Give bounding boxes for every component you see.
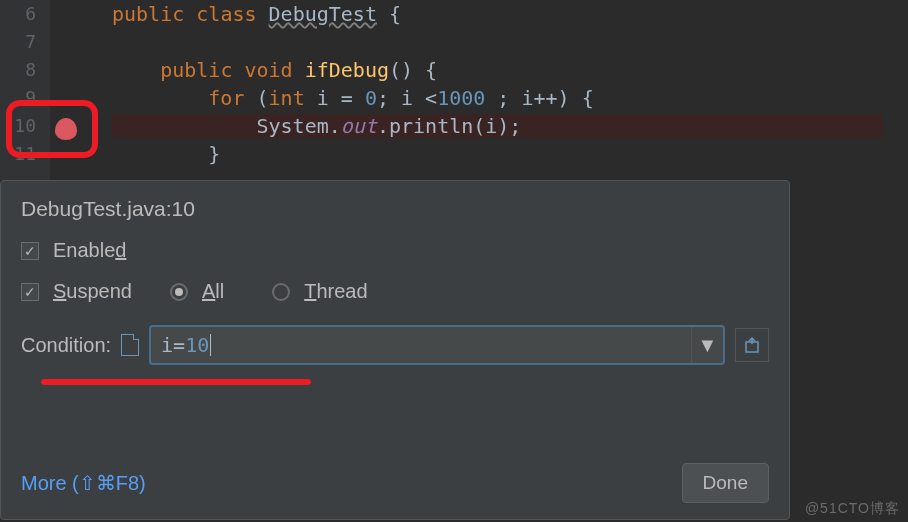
suspend-label: Suspend bbox=[53, 280, 132, 303]
suspend-thread-label: Thread bbox=[304, 280, 367, 303]
suspend-all-radio[interactable] bbox=[170, 283, 188, 301]
breakpoint-icon[interactable] bbox=[55, 118, 77, 140]
annotation-underline bbox=[41, 379, 311, 385]
breakpoint-popup: DebugTest.java:10 ✓ Enabled ✓ Suspend Al… bbox=[0, 180, 790, 520]
line-number: 8 bbox=[0, 56, 36, 84]
line-number: 9 bbox=[0, 84, 36, 112]
done-button[interactable]: Done bbox=[682, 463, 769, 503]
condition-dropdown-icon[interactable]: ▼ bbox=[691, 327, 723, 363]
code-area[interactable]: public class DebugTest { public void ifD… bbox=[50, 0, 908, 180]
file-icon bbox=[121, 334, 139, 356]
enabled-checkbox[interactable]: ✓ bbox=[21, 242, 39, 260]
expand-condition-button[interactable] bbox=[735, 328, 769, 362]
suspend-all-label: All bbox=[202, 280, 224, 303]
suspend-checkbox[interactable]: ✓ bbox=[21, 283, 39, 301]
condition-label: Condition: bbox=[21, 334, 111, 357]
popup-title: DebugTest.java:10 bbox=[21, 197, 769, 221]
enabled-label: Enabled bbox=[53, 239, 126, 262]
line-number: 7 bbox=[0, 28, 36, 56]
line-number: 11 bbox=[0, 140, 36, 168]
condition-input[interactable]: i=10 ▼ bbox=[149, 325, 725, 365]
watermark: @51CTO博客 bbox=[805, 500, 900, 518]
more-link[interactable]: More (⇧⌘F8) bbox=[21, 471, 146, 495]
line-number: 10 bbox=[0, 112, 36, 140]
condition-text: i=10 bbox=[161, 333, 209, 357]
code-editor[interactable]: 6 7 8 9 10 11 public class DebugTest { p… bbox=[0, 0, 908, 180]
gutter[interactable]: 6 7 8 9 10 11 bbox=[0, 0, 50, 180]
line-number: 6 bbox=[0, 0, 36, 28]
suspend-thread-radio[interactable] bbox=[272, 283, 290, 301]
